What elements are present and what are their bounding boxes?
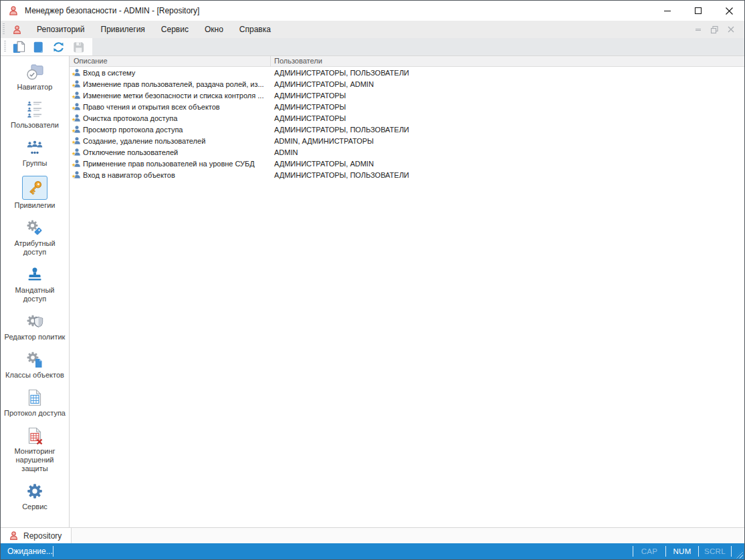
column-header-users[interactable]: Пользователи — [271, 56, 744, 66]
menu-repository[interactable]: Репозиторий — [29, 21, 93, 38]
privilege-description: Отключение пользователей — [83, 148, 178, 156]
menu-window[interactable]: Окно — [197, 21, 231, 38]
sidebar-item-label: Протокол доступа — [4, 409, 66, 418]
sidebar-item-label: Навигатор — [17, 83, 53, 92]
privilege-description: Очистка протокола доступа — [83, 114, 177, 122]
privilege-icon — [71, 67, 81, 78]
privilege-users: ADMIN, АДМИНИСТРАТОРЫ — [271, 137, 744, 145]
keyboard-indicators: CAP NUM SCRL — [633, 545, 744, 559]
open-document-button[interactable] — [28, 39, 48, 55]
close-button[interactable] — [714, 1, 744, 21]
sidebar-item-navigator[interactable]: Навигатор — [3, 61, 67, 92]
key-icon — [22, 176, 47, 200]
main-area: Навигатор Пользователи — [1, 55, 744, 527]
table-row[interactable]: Изменение прав пользователей, раздача ро… — [70, 78, 744, 90]
mdi-close-button[interactable] — [727, 25, 735, 33]
navigator-icon — [25, 61, 44, 82]
app-icon — [8, 5, 19, 16]
refresh-icon — [51, 40, 66, 54]
save-button[interactable] — [68, 39, 88, 55]
sidebar-item-object-classes[interactable]: Классы объектов — [3, 349, 67, 380]
refresh-button[interactable] — [48, 39, 68, 55]
privilege-description: Право чтения и открытия всех объектов — [83, 103, 220, 111]
privilege-icon — [71, 79, 81, 89]
tab-bar: Repository — [1, 527, 744, 543]
sidebar-item-label: Группы — [23, 159, 47, 168]
minimize-icon — [663, 7, 671, 15]
table-body: Вход в систему АДМИНИСТРАТОРЫ, ПОЛЬЗОВАТ… — [70, 67, 744, 527]
table-row[interactable]: Отключение пользователей ADMIN — [70, 146, 744, 158]
privilege-icon — [71, 158, 81, 168]
tab-label: Repository — [23, 531, 62, 541]
object-classes-icon — [25, 349, 44, 370]
table-row[interactable]: Вход в навигатор объектов АДМИНИСТРАТОРЫ… — [70, 169, 744, 180]
sidebar-item-label: Привилегии — [15, 201, 56, 210]
sidebar-item-label: Атрибутный доступ — [3, 239, 67, 257]
sidebar-item-label: Сервис — [22, 503, 47, 511]
maximize-icon — [694, 7, 702, 15]
privilege-users: АДМИНИСТРАТОРЫ — [271, 114, 744, 122]
privilege-description: Изменение метки безопасности и списка ко… — [83, 92, 263, 100]
sidebar-item-policy-editor[interactable]: Редактор политик — [3, 311, 67, 341]
scroll-lock-indicator: SCRL — [699, 547, 731, 555]
table-header: Описание Пользователи — [70, 56, 744, 67]
sidebar-item-attribute-access[interactable]: Атрибутный доступ — [3, 218, 67, 257]
privilege-description: Вход в систему — [83, 69, 135, 77]
mdi-close-icon — [727, 25, 735, 33]
attribute-access-icon — [25, 218, 44, 238]
privilege-icon — [71, 147, 81, 157]
resize-grip[interactable] — [734, 550, 743, 559]
menu-help[interactable]: Справка — [231, 21, 279, 38]
table-row[interactable]: Создание, удаление пользователей ADMIN, … — [70, 135, 744, 146]
minimize-button[interactable] — [652, 1, 683, 21]
app-window: Менеджер безопасности - ADMIN - [Reposit… — [0, 0, 745, 560]
table-row[interactable]: Вход в систему АДМИНИСТРАТОРЫ, ПОЛЬЗОВАТ… — [70, 67, 744, 78]
sidebar-item-access-log[interactable]: Протокол доступа — [3, 388, 67, 418]
toolbar — [1, 38, 744, 55]
table-row[interactable]: Изменение метки безопасности и списка ко… — [70, 90, 744, 101]
status-separator — [731, 546, 732, 557]
privilege-users: АДМИНИСТРАТОРЫ, ПОЛЬЗОВАТЕЛИ — [271, 171, 744, 179]
table-row[interactable]: Применение прав пользователей на уровне … — [70, 158, 744, 169]
sidebar-item-violation-monitoring[interactable]: Мониторинг нарушений защиты — [3, 426, 67, 473]
sidebar-item-service[interactable]: Сервис — [3, 481, 67, 511]
mdi-minimize-icon — [694, 25, 702, 33]
copy-document-button[interactable] — [8, 39, 28, 55]
sidebar-item-privileges[interactable]: Привилегии — [3, 176, 67, 210]
menu-service[interactable]: Сервис — [153, 21, 197, 38]
users-icon — [26, 100, 43, 120]
mdi-child-icon — [12, 25, 22, 35]
tab-repository[interactable]: Repository — [1, 528, 72, 543]
privilege-description: Вход в навигатор объектов — [83, 171, 175, 179]
toolbar-drag-grip[interactable] — [4, 41, 6, 53]
caps-lock-indicator: CAP — [633, 547, 665, 555]
policy-editor-icon — [25, 311, 44, 331]
privilege-users: АДМИНИСТРАТОРЫ, ADMIN — [271, 80, 744, 88]
privilege-users: АДМИНИСТРАТОРЫ, ADMIN — [271, 160, 744, 168]
table-row[interactable]: Просмотр протокола доступа АДМИНИСТРАТОР… — [70, 124, 744, 135]
window-title: Менеджер безопасности - ADMIN - [Reposit… — [25, 6, 199, 15]
column-header-description[interactable]: Описание — [70, 56, 271, 66]
groups-icon — [26, 138, 43, 158]
privilege-users: АДМИНИСТРАТОРЫ, ПОЛЬЗОВАТЕЛИ — [271, 69, 744, 77]
privilege-users: АДМИНИСТРАТОРЫ — [271, 92, 744, 100]
privilege-icon — [71, 90, 81, 100]
mdi-window-controls — [694, 25, 744, 34]
menu-privilege[interactable]: Привилегия — [93, 21, 153, 38]
mdi-minimize-button[interactable] — [694, 25, 702, 33]
sidebar-item-mandatory-access[interactable]: Мандатный доступ — [3, 265, 67, 303]
privilege-icon — [71, 113, 81, 123]
sidebar-item-groups[interactable]: Группы — [3, 138, 67, 168]
status-bar: Ожидание... CAP NUM SCRL — [1, 543, 744, 559]
table-row[interactable]: Право чтения и открытия всех объектов АД… — [70, 101, 744, 112]
mdi-restore-button[interactable] — [710, 25, 719, 34]
sidebar-item-label: Редактор политик — [5, 333, 66, 341]
sidebar-item-users[interactable]: Пользователи — [3, 100, 67, 130]
menubar-drag-grip[interactable] — [3, 23, 5, 35]
privilege-description: Применение прав пользователей на уровне … — [83, 160, 255, 168]
maximize-button[interactable] — [683, 1, 714, 21]
privilege-description: Просмотр протокола доступа — [83, 126, 183, 134]
privilege-icon — [71, 136, 81, 146]
table-row[interactable]: Очистка протокола доступа АДМИНИСТРАТОРЫ — [70, 112, 744, 124]
repository-icon — [9, 531, 19, 541]
